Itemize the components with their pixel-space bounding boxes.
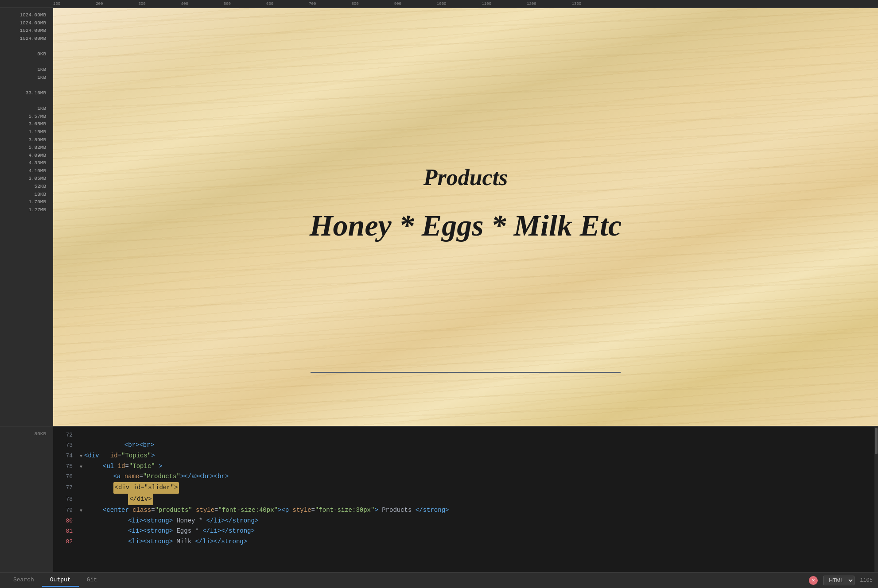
attr: style (293, 505, 311, 516)
sidebar-size-item: 3.65MB (2, 120, 50, 128)
collapse-triangle[interactable]: ▼ (80, 463, 82, 471)
ruler-mark: 600 (266, 2, 273, 6)
preview-divider (311, 372, 621, 373)
highlighted-tag: <div id="slider"> (113, 482, 179, 494)
line-number: 76 (58, 472, 73, 482)
ruler-mark: 500 (224, 2, 231, 6)
ruler-mark: 200 (96, 2, 103, 6)
tag: <br><br> (124, 440, 154, 451)
line-number: 80 (58, 516, 73, 526)
code-line-76: 76 <a name = "Products" ></a> <br><br> (53, 472, 878, 482)
collapse-triangle[interactable]: ▼ (80, 507, 82, 514)
ruler-mark: 800 (351, 2, 358, 6)
sidebar-size-item (2, 81, 50, 89)
code-editor: 80KB 72 73 <br><br> 74 ▼ <div id (0, 426, 878, 572)
tab-output[interactable]: Output (42, 574, 79, 587)
attr-val: "products" (155, 505, 192, 516)
attr-val: "Products" (143, 472, 180, 482)
sidebar-size-item: 4.10MB (2, 167, 50, 175)
code-sidebar-size: 80KB (2, 430, 50, 438)
tag: <li> (128, 516, 143, 526)
tab-git[interactable]: Git (79, 574, 105, 587)
attr: id (118, 461, 125, 472)
code-line-74: 74 ▼ <div id = "Topics" > (53, 451, 878, 461)
sidebar-size-item: 52KB (2, 183, 50, 191)
ruler-mark: 1300 (572, 2, 582, 6)
sidebar-size-item (2, 43, 50, 50)
code-line-80: 80 <li> <strong> Honey * </li> </strong> (53, 516, 878, 526)
attr: name (124, 472, 140, 482)
scroll-thumb[interactable] (875, 428, 878, 454)
preview-subtitle: Honey * Eggs * Milk Etc (310, 208, 622, 243)
sidebar-size-item: 4.33MB (2, 159, 50, 167)
tab-search[interactable]: Search (5, 574, 42, 587)
collapse-triangle[interactable]: ▼ (80, 453, 82, 460)
sidebar-size-item (2, 97, 50, 105)
line-number: 81 (58, 526, 73, 536)
error-badge: ✕ (809, 576, 818, 585)
line-count: 1105 (860, 577, 873, 584)
tag: <li> (128, 537, 143, 547)
bottom-right: ✕ HTML 1105 (809, 576, 873, 585)
tag: <li> (128, 526, 143, 537)
language-selector[interactable]: HTML (823, 576, 855, 585)
sidebar-size-item: 0KB (2, 50, 50, 58)
sidebar-size-item: 5.57MB (2, 113, 50, 121)
sidebar-size-item: 3.05MB (2, 175, 50, 183)
line-number: 77 (58, 483, 73, 493)
attr-val: "Topics" (121, 451, 151, 461)
ruler-mark: 1100 (482, 2, 491, 6)
sidebar-size-item: 1024.00MB (2, 12, 50, 19)
file-size-sidebar: 1024.00MB 1024.00MB 1024.00MB 1024.00MB … (0, 8, 53, 426)
sidebar-size-item (2, 58, 50, 66)
sidebar-size-item: 1.70MB (2, 198, 50, 206)
attr: style (196, 505, 214, 516)
line-content (80, 440, 124, 451)
code-line-77: 77 <div id="slider"> (53, 482, 878, 494)
ruler-marks: 100 200 300 400 500 600 700 800 900 1000… (53, 2, 617, 6)
scrollbar[interactable] (874, 427, 878, 572)
sidebar-size-item: 1024.00MB (2, 35, 50, 43)
highlighted-tag: </div> (128, 494, 153, 505)
line-number: 72 (58, 430, 73, 440)
sidebar-size-item: 18KB (2, 191, 50, 199)
ruler-mark: 1000 (437, 2, 447, 6)
sidebar-size-item: 33.16MB (2, 89, 50, 97)
ruler-mark: 700 (309, 2, 316, 6)
code-line-73: 73 <br><br> (53, 440, 878, 451)
ruler: 100 200 300 400 500 600 700 800 900 1000… (0, 0, 878, 8)
code-line-81: 81 <li> <strong> Eggs * </li> </strong> (53, 526, 878, 537)
sidebar-size-item: 5.82MB (2, 144, 50, 152)
sidebar-size-item: 4.09MB (2, 152, 50, 160)
line-number: 82 (58, 537, 73, 547)
sidebar-size-item: 1.15MB (2, 128, 50, 136)
ruler-mark: 900 (394, 2, 401, 6)
attr-val: "font-size:40px" (218, 505, 278, 516)
main-content: 1024.00MB 1024.00MB 1024.00MB 1024.00MB … (0, 8, 878, 426)
code-content: 72 73 <br><br> 74 ▼ <div id = "Topics" > (53, 427, 878, 551)
bottom-bar: Search Output Git ✕ HTML 1105 (0, 572, 878, 588)
sidebar-size-item: 1.27MB (2, 206, 50, 214)
tag: <a (113, 472, 121, 482)
tag: <center (103, 505, 129, 516)
code-main[interactable]: 72 73 <br><br> 74 ▼ <div id = "Topics" > (53, 427, 878, 572)
line-number: 78 (58, 495, 73, 504)
sidebar-size-item: 1KB (2, 66, 50, 74)
tag: <div (84, 451, 99, 461)
ruler-mark: 400 (181, 2, 188, 6)
preview-title: Products (423, 164, 508, 190)
attr-val: "Topic" (129, 461, 155, 472)
code-line-72: 72 (53, 430, 878, 440)
code-line-79: 79 ▼ <center class = "products" style = … (53, 505, 878, 516)
code-line-82: 82 <li> <strong> Milk </li> </strong> (53, 537, 878, 547)
code-line-75: 75 ▼ <ul id = "Topic" > (53, 461, 878, 472)
code-line-78: 78 </div> (53, 494, 878, 505)
line-number: 73 (58, 441, 73, 450)
sidebar-size-item: 3.89MB (2, 136, 50, 144)
sidebar-size-item: 1024.00MB (2, 27, 50, 35)
line-number: 75 (58, 462, 73, 472)
line-number: 79 (58, 506, 73, 515)
ruler-mark: 100 (53, 2, 60, 6)
preview-area: Products Honey * Eggs * Milk Etc (53, 8, 878, 426)
attr: id (110, 451, 118, 461)
